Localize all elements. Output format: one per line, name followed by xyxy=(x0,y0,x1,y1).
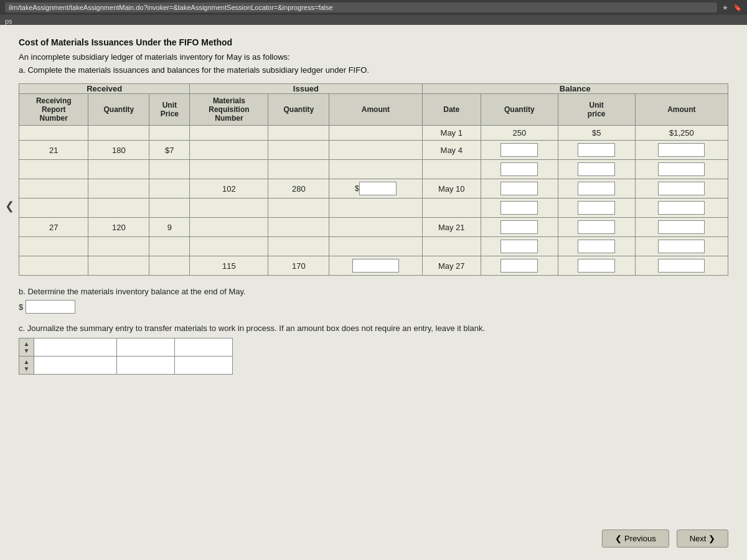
iss-req-4: 115 xyxy=(190,256,268,276)
iss-req-3 xyxy=(190,218,268,237)
bal-qty-field-3b[interactable] xyxy=(500,240,538,253)
bal-unit-price-field-4[interactable] xyxy=(578,259,615,273)
bal-unit-price-input-3[interactable] xyxy=(558,218,635,237)
bal-unit-price-field-3[interactable] xyxy=(578,220,615,234)
previous-button[interactable]: ❮ Previous xyxy=(602,530,669,548)
journal-arrow-2[interactable]: ▲ ▼ xyxy=(19,357,34,375)
journal-credit-1[interactable] xyxy=(175,338,233,357)
received-header: Received xyxy=(19,84,190,94)
col-date: Date xyxy=(422,94,481,126)
bal-unit-price-field-2[interactable] xyxy=(578,182,615,195)
journal-arrow-1[interactable]: ▲ ▼ xyxy=(19,338,34,357)
iss-req-1 xyxy=(190,141,268,160)
recv-qty-0 xyxy=(88,126,149,141)
recv-price-2 xyxy=(149,179,190,198)
iss-amount-field-4[interactable] xyxy=(352,259,399,273)
iss-qty-4: 170 xyxy=(268,256,329,276)
next-label: Next xyxy=(690,534,707,543)
date-4: May 27 xyxy=(422,256,481,276)
bal-amount-field-1[interactable] xyxy=(658,143,705,157)
page-title: Cost of Materials Issuances Under the FI… xyxy=(19,37,728,47)
bal-amount-field-2b[interactable] xyxy=(658,201,705,215)
bal-amount-field-3[interactable] xyxy=(658,220,705,234)
ledger-table: Received Issued Balance ReceivingReportN… xyxy=(19,83,728,276)
bal-amount-field-4[interactable] xyxy=(658,259,705,273)
bal-qty-input-2b[interactable] xyxy=(481,198,558,218)
bal-amount-input-1[interactable] xyxy=(635,141,728,160)
bal-qty-field-2b[interactable] xyxy=(500,201,538,215)
date-2: May 10 xyxy=(422,179,481,198)
bal-qty-input-1[interactable] xyxy=(481,141,558,160)
table-row: 27 120 9 May 21 xyxy=(19,218,728,237)
journal-debit-1[interactable] xyxy=(117,338,175,357)
iss-req-0 xyxy=(190,126,268,141)
bal-unit-price-field-2b[interactable] xyxy=(578,201,615,215)
bal-unit-price-field-1[interactable] xyxy=(578,143,615,157)
star-icon: ★ xyxy=(722,4,728,12)
bal-amount-input-3[interactable] xyxy=(635,218,728,237)
recv-qty-3: 120 xyxy=(88,218,149,237)
journal-account-2[interactable] xyxy=(34,357,117,375)
iss-amount-field-2[interactable] xyxy=(359,182,397,195)
journal-credit-field-1[interactable] xyxy=(179,340,228,354)
bal-amount-field-2[interactable] xyxy=(658,182,705,195)
recv-price-0 xyxy=(149,126,190,141)
dropdown-arrow-down-2[interactable]: ▼ xyxy=(24,365,30,372)
col-recv-unit-price: UnitPrice xyxy=(149,94,190,126)
recv-report-1: 21 xyxy=(19,141,88,160)
bal-qty-field-1b[interactable] xyxy=(500,162,538,176)
part-b-label: b. Determine the materials inventory bal… xyxy=(19,287,728,296)
table-row xyxy=(19,160,728,179)
dropdown-arrow-down-1[interactable]: ▼ xyxy=(24,347,30,354)
recv-price-1: $7 xyxy=(149,141,190,160)
next-button[interactable]: Next ❯ xyxy=(677,530,728,548)
bal-qty-field-3[interactable] xyxy=(500,220,538,234)
iss-amount-2b xyxy=(329,198,422,218)
tab-label[interactable]: ps xyxy=(5,17,12,25)
bal-amount-input-2b[interactable] xyxy=(635,198,728,218)
bal-unit-price-field-3b[interactable] xyxy=(578,240,615,253)
bal-unit-price-input-1b[interactable] xyxy=(558,160,635,179)
part-b-input[interactable] xyxy=(26,300,75,314)
main-content: ❮ Cost of Materials Issuances Under the … xyxy=(0,25,747,560)
bal-qty-input-2[interactable] xyxy=(481,179,558,198)
iss-amount-4[interactable] xyxy=(329,256,422,276)
bal-unit-price-field-1b[interactable] xyxy=(578,162,615,176)
journal-debit-2[interactable] xyxy=(117,357,175,375)
bal-unit-price-input-2b[interactable] xyxy=(558,198,635,218)
nav-buttons: ❮ Previous Next ❯ xyxy=(602,530,728,548)
journal-account-1[interactable] xyxy=(34,338,117,357)
date-3: May 21 xyxy=(422,218,481,237)
recv-report-2 xyxy=(19,179,88,198)
bal-qty-field-2[interactable] xyxy=(500,182,538,195)
iss-amount-2[interactable]: $ xyxy=(329,179,422,198)
bal-amount-field-3b[interactable] xyxy=(658,240,705,253)
dropdown-arrow-up-2[interactable]: ▲ xyxy=(24,358,30,365)
bal-qty-input-3[interactable] xyxy=(481,218,558,237)
dropdown-arrow-up-1[interactable]: ▲ xyxy=(24,340,30,347)
bal-amount-input-2[interactable] xyxy=(635,179,728,198)
journal-debit-field-2[interactable] xyxy=(121,358,171,372)
iss-qty-0 xyxy=(268,126,329,141)
journal-credit-field-2[interactable] xyxy=(179,358,228,372)
left-nav-arrow[interactable]: ❮ xyxy=(5,199,14,213)
bal-amount-input-1b[interactable] xyxy=(635,160,728,179)
url-bar[interactable]: ilrn/takeAssignment/takeAssignmentMain.d… xyxy=(5,2,717,12)
bal-qty-field-4[interactable] xyxy=(500,259,538,273)
date-1b xyxy=(422,160,481,179)
bal-unit-price-input-2[interactable] xyxy=(558,179,635,198)
bal-amount-field-1b[interactable] xyxy=(658,162,705,176)
journal-debit-field-1[interactable] xyxy=(121,340,171,354)
recv-report-1b xyxy=(19,160,88,179)
journal-credit-2[interactable] xyxy=(175,357,233,375)
bal-unit-price-input-1[interactable] xyxy=(558,141,635,160)
bal-amount-0: $1,250 xyxy=(635,126,728,141)
journal-account-field-2[interactable] xyxy=(38,358,113,372)
bal-qty-field-1[interactable] xyxy=(500,143,538,157)
prev-chevron: ❮ xyxy=(615,534,622,543)
bal-qty-input-1b[interactable] xyxy=(481,160,558,179)
dollar-sign-b: $ xyxy=(19,302,23,312)
journal-row-2: ▲ ▼ xyxy=(19,357,233,375)
recv-qty-1: 180 xyxy=(88,141,149,160)
journal-account-field-1[interactable] xyxy=(38,340,113,354)
